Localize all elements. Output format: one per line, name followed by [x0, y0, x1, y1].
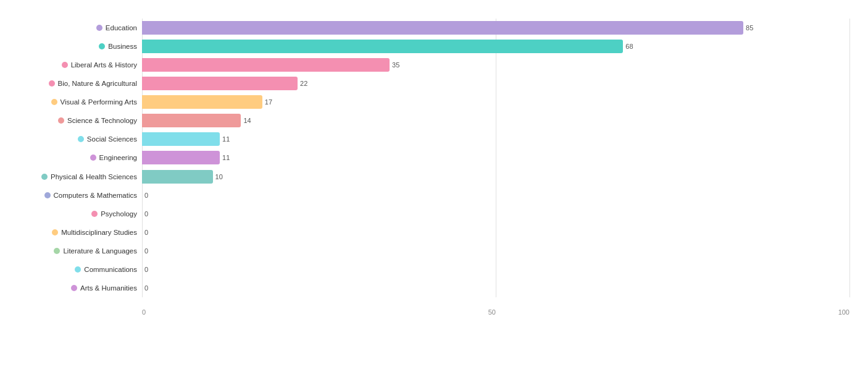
- label-dot: [41, 174, 48, 180]
- label-dot: [62, 62, 68, 68]
- bars-container: Education 85 Business 68: [19, 19, 849, 297]
- bar-label-text: Liberal Arts & History: [71, 61, 137, 69]
- label-dot: [99, 43, 105, 49]
- bar-label-text: Multidisciplinary Studies: [61, 229, 137, 236]
- bar-label: Psychology: [19, 210, 142, 218]
- bar-row: Science & Technology 14: [19, 111, 849, 130]
- bar-label-text: Visual & Performing Arts: [61, 98, 137, 106]
- bar-track: 35: [142, 58, 849, 72]
- chart-container: Education 85 Business 68: [0, 0, 868, 390]
- bar-value: 10: [215, 173, 223, 180]
- bar-value: 11: [222, 135, 230, 143]
- label-dot: [49, 80, 55, 87]
- label-dot: [54, 248, 60, 254]
- label-dot: [75, 266, 81, 273]
- bar-label-text: Communications: [84, 266, 137, 273]
- bar-track: 0: [142, 263, 849, 276]
- bar-track: 0: [142, 207, 849, 221]
- bar-track: 22: [142, 77, 849, 90]
- bar-label-text: Education: [106, 24, 137, 32]
- label-dot: [71, 285, 77, 291]
- bar-label-text: Computers & Mathematics: [54, 192, 138, 199]
- bar-row: Liberal Arts & History 35: [19, 56, 849, 74]
- x-axis: 0 50 100: [142, 308, 849, 316]
- bar-label: Bio, Nature & Agricultural: [19, 80, 142, 87]
- bar-row: Business 68: [19, 37, 849, 56]
- bar-value: 0: [144, 266, 148, 273]
- bar-track: 68: [142, 40, 849, 53]
- bar-fill: [142, 58, 390, 72]
- bar-track: 10: [142, 170, 849, 184]
- bar-label: Education: [19, 24, 142, 32]
- bar-track: 0: [142, 189, 849, 202]
- bar-fill: [142, 132, 220, 146]
- bar-label-text: Bio, Nature & Agricultural: [58, 80, 137, 87]
- bar-track: 0: [142, 244, 849, 258]
- bar-label-text: Science & Technology: [67, 117, 137, 124]
- bar-fill: [142, 40, 623, 53]
- bar-fill: [142, 95, 262, 109]
- bar-label: Literature & Languages: [19, 247, 142, 255]
- bar-value: 14: [243, 117, 251, 124]
- label-dot: [96, 25, 102, 31]
- chart-area: Education 85 Business 68: [19, 19, 849, 316]
- bar-value: 0: [144, 284, 148, 292]
- bar-row: Physical & Health Sciences 10: [19, 167, 849, 186]
- bar-label-text: Physical & Health Sciences: [51, 173, 137, 180]
- bar-label-text: Arts & Humanities: [80, 284, 137, 292]
- label-dot: [52, 229, 58, 235]
- bar-row: Social Sciences 11: [19, 130, 849, 148]
- bar-row: Arts & Humanities 0: [19, 279, 849, 297]
- bar-track: 14: [142, 114, 849, 127]
- x-axis-label-50: 50: [488, 308, 496, 316]
- bar-label: Social Sciences: [19, 135, 142, 143]
- bar-row: Visual & Performing Arts 17: [19, 93, 849, 111]
- bar-track: 11: [142, 151, 849, 164]
- bar-fill: [142, 21, 743, 35]
- bar-fill: [142, 77, 298, 90]
- label-dot: [58, 117, 64, 124]
- bar-label: Engineering: [19, 154, 142, 161]
- bar-label: Physical & Health Sciences: [19, 173, 142, 180]
- bar-row: Psychology 0: [19, 205, 849, 223]
- bar-label-text: Social Sciences: [87, 135, 137, 143]
- bar-label: Communications: [19, 266, 142, 273]
- label-dot: [78, 136, 84, 142]
- bar-label: Liberal Arts & History: [19, 61, 142, 69]
- label-dot: [91, 211, 98, 217]
- bar-label-text: Psychology: [101, 210, 137, 218]
- bar-label: Visual & Performing Arts: [19, 98, 142, 106]
- bar-label: Computers & Mathematics: [19, 192, 142, 199]
- bar-label: Multidisciplinary Studies: [19, 229, 142, 236]
- label-dot: [51, 99, 57, 105]
- bar-label-text: Engineering: [99, 154, 137, 161]
- bar-value: 0: [144, 247, 148, 255]
- bar-value: 68: [625, 43, 633, 50]
- bar-label-text: Literature & Languages: [63, 247, 137, 255]
- bar-value: 0: [144, 229, 148, 236]
- bar-value: 11: [222, 154, 230, 161]
- bar-value: 85: [746, 24, 753, 32]
- bar-value: 0: [144, 192, 148, 199]
- bar-fill: [142, 114, 241, 127]
- bar-track: 0: [142, 281, 849, 295]
- bar-label: Business: [19, 43, 142, 50]
- bar-row: Communications 0: [19, 260, 849, 279]
- bar-row: Bio, Nature & Agricultural 22: [19, 74, 849, 93]
- bar-value: 0: [144, 210, 148, 218]
- bar-track: 11: [142, 132, 849, 146]
- bar-label-text: Business: [108, 43, 137, 50]
- bar-value: 22: [300, 80, 307, 87]
- bar-fill: [142, 170, 213, 184]
- bar-row: Education 85: [19, 19, 849, 37]
- bar-row: Literature & Languages 0: [19, 242, 849, 260]
- x-axis-label-100: 100: [838, 308, 849, 316]
- bar-label: Arts & Humanities: [19, 284, 142, 292]
- bar-track: 0: [142, 226, 849, 239]
- bar-track: 17: [142, 95, 849, 109]
- bar-label: Science & Technology: [19, 117, 142, 124]
- bar-fill: [142, 151, 220, 164]
- bar-value: 17: [265, 98, 272, 106]
- grid-line-100: [849, 19, 850, 297]
- x-axis-label-0: 0: [142, 308, 146, 316]
